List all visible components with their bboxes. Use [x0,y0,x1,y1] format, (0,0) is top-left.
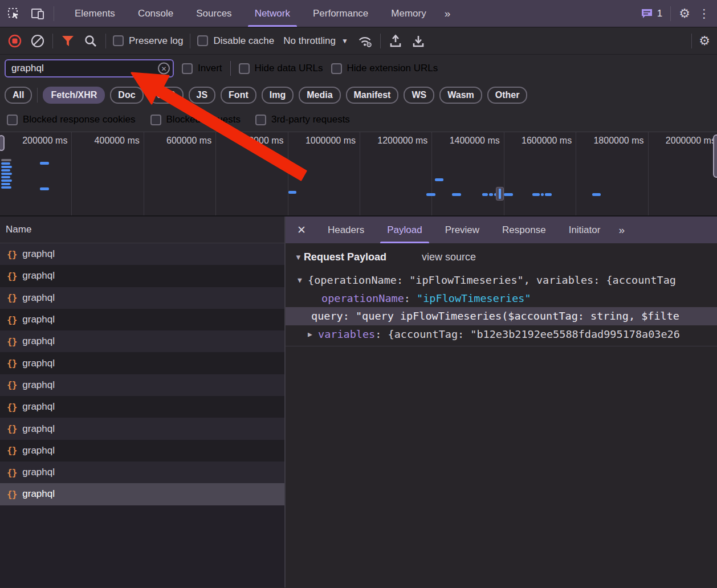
request-payload-title: Request Payload [304,251,386,263]
payload-preview-line[interactable]: ▼ {operationName: "ipFlowTimeseries", va… [286,271,717,289]
overview-right-handle[interactable] [713,134,717,178]
request-row[interactable]: {}graphql [0,462,284,483]
tab-sources[interactable]: Sources [185,0,243,27]
collapse-triangle-icon[interactable]: ▼ [295,253,302,262]
payload-operation-line[interactable]: operationName: "ipFlowTimeseries" [286,289,717,308]
checkbox-box[interactable] [239,63,250,74]
network-overview-timeline[interactable]: 200000 ms400000 ms600000 ms800000 ms1000… [0,132,717,217]
checkbox-box[interactable] [197,35,208,46]
operation-name-value: "ipFlowTimeseries" [417,292,531,304]
request-row[interactable]: {}graphql [0,309,284,330]
overview-request-bar [40,162,49,165]
tab-console[interactable]: Console [127,0,185,27]
blocked-requests-checkbox[interactable]: Blocked requests [150,114,241,125]
close-detail-icon[interactable]: ✕ [286,217,316,243]
detail-tabs-bar: ✕ HeadersPayloadPreviewResponseInitiator… [286,217,717,243]
more-tabs-icon[interactable]: » [438,0,459,27]
request-row[interactable]: {}graphql [0,483,284,505]
network-conditions-icon[interactable] [357,33,373,49]
overview-request-bar [1,183,10,185]
overview-request-bar [1,162,10,165]
payload-query-line[interactable]: query: "query ipFlowTimeseries($accountT… [286,307,717,325]
inspect-element-icon[interactable] [6,6,22,22]
checkbox-box[interactable] [182,63,193,74]
type-chip-other[interactable]: Other [487,87,528,104]
request-row[interactable]: {}graphql [0,440,284,462]
expand-triangle-icon[interactable]: ▶ [304,330,316,338]
checkbox-box[interactable] [331,63,342,74]
request-type-filter-row: AllFetch/XHRDocCSSJSFontImgMediaManifest… [0,82,717,108]
detail-tab-response[interactable]: Response [491,217,557,243]
throttling-select[interactable]: No throttling ▼ [281,35,351,47]
request-row[interactable]: {}graphql [0,418,284,439]
disable-cache-checkbox[interactable]: Disable cache [197,35,274,47]
checkbox-box[interactable] [255,115,266,125]
filter-input[interactable] [5,59,174,77]
tab-performance[interactable]: Performance [302,0,380,27]
collapse-triangle-icon[interactable]: ▼ [294,276,306,284]
preserve-log-checkbox[interactable]: Preserve log [113,35,183,47]
request-row[interactable]: {}graphql [0,243,284,265]
blocked-response-cookies-checkbox[interactable]: Blocked response cookies [7,114,136,125]
invert-checkbox[interactable]: Invert [182,63,222,74]
device-toolbar-icon[interactable] [30,6,46,22]
request-row[interactable]: {}graphql [0,352,284,374]
detail-tab-preview[interactable]: Preview [434,217,491,243]
hide-data-urls-label: Hide data URLs [255,63,323,74]
detail-more-tabs-icon[interactable]: » [612,217,633,243]
third-party-requests-checkbox[interactable]: 3rd-party requests [255,114,350,125]
type-chip-all[interactable]: All [5,87,32,104]
tab-elements[interactable]: Elements [63,0,127,27]
payload-divider [286,346,717,346]
divider [37,88,38,103]
record-network-log-button[interactable] [7,33,23,49]
request-row[interactable]: {}graphql [0,396,284,418]
clear-filter-icon[interactable]: ✕ [158,63,170,75]
divider [380,34,381,48]
tab-memory[interactable]: Memory [380,0,437,27]
hide-data-urls-checkbox[interactable]: Hide data URLs [239,63,323,74]
type-chip-font[interactable]: Font [221,87,256,104]
filter-funnel-icon[interactable] [60,33,76,49]
search-icon[interactable] [83,33,99,49]
request-row[interactable]: {}graphql [0,330,284,352]
export-har-icon[interactable] [410,33,426,49]
detail-tab-payload[interactable]: Payload [376,217,433,243]
issues-button[interactable]: 1 [641,8,662,19]
hide-extension-urls-checkbox[interactable]: Hide extension URLs [331,63,438,74]
type-chip-fetch-xhr[interactable]: Fetch/XHR [43,87,105,104]
detail-tab-initiator[interactable]: Initiator [557,217,612,243]
payload-variables-line[interactable]: ▶ variables: {accountTag: "b12e3b2192ee5… [286,325,717,344]
request-name: graphql [22,423,55,435]
clear-network-log-button[interactable] [30,33,46,49]
type-chip-doc[interactable]: Doc [110,87,143,104]
type-chip-manifest[interactable]: Manifest [346,87,399,104]
divider [190,34,190,48]
name-column-header[interactable]: Name [0,217,284,243]
import-har-icon[interactable] [388,33,404,49]
more-menu-icon[interactable]: ⋮ [698,7,710,19]
divider [52,34,53,48]
checkbox-box[interactable] [150,115,161,125]
view-source-link[interactable]: view source [422,251,476,263]
overview-left-handle[interactable] [0,135,5,151]
type-chip-ws[interactable]: WS [404,87,434,104]
detail-tab-headers[interactable]: Headers [316,217,376,243]
type-chip-css[interactable]: CSS [149,87,184,104]
type-chip-wasm[interactable]: Wasm [439,87,482,104]
request-row[interactable]: {}graphql [0,265,284,287]
overview-request-bar [482,193,488,196]
request-row[interactable]: {}graphql [0,374,284,396]
checkbox-box[interactable] [7,115,18,125]
json-request-icon: {} [7,423,17,434]
request-row[interactable]: {}graphql [0,287,284,309]
network-settings-gear-icon[interactable]: ⚙ [699,35,710,47]
tab-network[interactable]: Network [243,0,302,27]
overview-tick-label: 1600000 ms [504,132,576,215]
settings-gear-icon[interactable]: ⚙ [679,7,690,20]
type-chip-js[interactable]: JS [189,87,216,104]
type-chip-img[interactable]: Img [262,87,294,104]
name-column-label: Name [6,224,31,235]
checkbox-box[interactable] [113,35,124,46]
type-chip-media[interactable]: Media [299,87,340,104]
